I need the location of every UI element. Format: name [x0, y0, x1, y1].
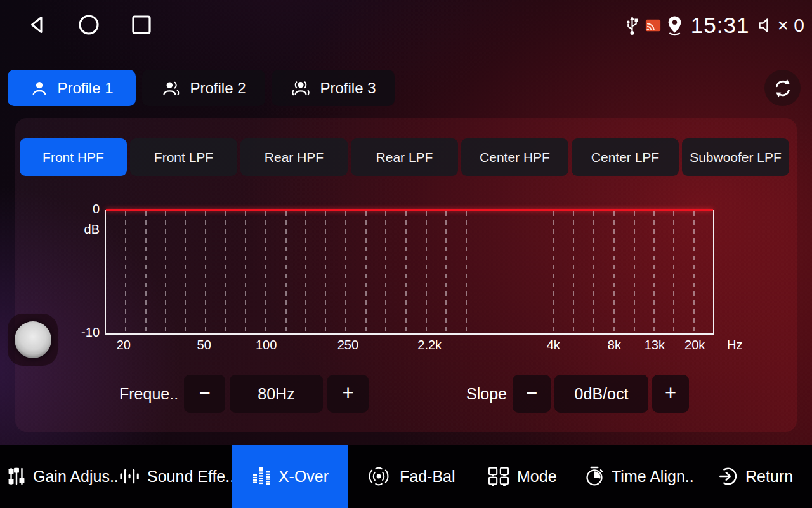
gridline: [634, 211, 635, 333]
nav-item-gain-adjus[interactable]: Gain Adjus..: [6, 444, 119, 508]
knob-circle-icon: [15, 321, 51, 358]
gridline: [245, 211, 246, 333]
filter-tab-center-lpf[interactable]: Center LPF: [572, 138, 679, 176]
sound-effect-icon: [118, 466, 141, 486]
gridline: [426, 211, 427, 333]
frequency-label: Freque..: [119, 375, 178, 413]
x-tick-2-2k: 2.2k: [404, 338, 455, 352]
nav-item-x-over[interactable]: X-Over: [232, 444, 348, 508]
filter-tab-rear-lpf[interactable]: Rear LPF: [351, 138, 458, 176]
time-align-icon: [584, 465, 605, 487]
home-icon: [77, 13, 100, 36]
volume-level: × 0: [777, 15, 804, 36]
filter-tab-front-hpf[interactable]: Front HPF: [20, 138, 127, 176]
profile-label: Profile 1: [57, 79, 113, 97]
nav-label: Mode: [517, 467, 557, 486]
x-tick-4k: 4k: [528, 338, 579, 352]
profile-label: Profile 2: [190, 79, 246, 97]
gridline: [693, 211, 695, 333]
tab-label: Front LPF: [154, 150, 213, 165]
profile-label: Profile 3: [320, 79, 376, 97]
gridline: [593, 211, 594, 333]
filter-tab-center-hpf[interactable]: Center HPF: [461, 138, 568, 176]
floating-assist-knob[interactable]: [8, 314, 58, 366]
android-back-button[interactable]: [24, 13, 49, 38]
usb-icon: [624, 15, 640, 36]
location-icon: [666, 15, 683, 36]
y-tick-min10: -10: [62, 325, 100, 340]
profile-button-2[interactable]: Profile 2: [142, 70, 265, 106]
volume-status: × 0: [757, 15, 804, 36]
mode-icon: [487, 465, 511, 487]
x-tick-20k: 20k: [669, 338, 720, 352]
nav-item-fad-bal[interactable]: Fad-Bal: [364, 444, 455, 508]
frequency-plus-button[interactable]: +: [327, 375, 369, 413]
y-axis-unit: dB: [62, 222, 100, 237]
nav-label: Fad-Bal: [400, 467, 455, 486]
tab-label: Rear HPF: [265, 150, 324, 165]
gridline: [345, 211, 346, 333]
gridline: [325, 211, 326, 333]
return-icon: [717, 465, 739, 487]
filter-tab-rear-hpf[interactable]: Rear HPF: [240, 138, 348, 176]
x-tick-250: 250: [322, 338, 373, 352]
profile-button-3[interactable]: Profile 3: [272, 70, 395, 106]
nav-item-mode[interactable]: Mode: [487, 444, 557, 508]
cast-icon: [645, 19, 661, 32]
gridline: [145, 211, 147, 333]
tab-label: Front HPF: [43, 150, 104, 165]
gridline: [225, 211, 226, 333]
x-tick-100: 100: [241, 338, 292, 352]
gain-adjust-icon: [6, 466, 27, 486]
person-icon: [30, 79, 49, 98]
gridline: [385, 211, 386, 333]
slope-plus-button[interactable]: +: [652, 375, 689, 413]
nav-label: Sound Effe..: [147, 467, 234, 486]
x-tick-20: 20: [98, 338, 149, 352]
gridline: [445, 211, 447, 333]
gridline: [365, 211, 367, 333]
back-icon: [25, 13, 48, 36]
fad-bal-icon: [364, 465, 393, 487]
gridline: [185, 211, 186, 333]
response-curve: [106, 209, 713, 211]
main-panel: Front HPFFront LPFRear HPFRear LPFCenter…: [15, 118, 797, 432]
tab-label: Center HPF: [480, 150, 550, 165]
x-axis: Hz 20501002502.2k4k8k13k20k: [105, 338, 714, 354]
x-axis-unit: Hz: [727, 338, 742, 352]
filter-tab-subwoofer-lpf[interactable]: Subwoofer LPF: [682, 138, 789, 176]
gridline: [613, 211, 615, 333]
person-2-icon: [161, 79, 181, 98]
status-icons: 15:31 × 0: [624, 0, 804, 51]
nav-label: Return: [745, 467, 793, 486]
nav-item-return[interactable]: Return: [717, 444, 793, 508]
recents-icon: [130, 13, 153, 36]
plot-area[interactable]: [105, 210, 714, 335]
controls-row: Freque.. − 80Hz + Slope − 0dB/oct +: [15, 375, 797, 413]
gridline: [285, 211, 287, 333]
head-unit-screen: 15:31 × 0 Profile 1Profile 2Profile 3 Fr…: [0, 0, 812, 508]
nav-item-time-align[interactable]: Time Align..: [584, 444, 694, 508]
gridline: [205, 211, 206, 333]
profile-button-1[interactable]: Profile 1: [8, 70, 136, 106]
person-3-icon: [290, 79, 311, 98]
slope-label: Slope: [466, 375, 507, 413]
tab-label: Subwoofer LPF: [690, 150, 782, 165]
frequency-minus-button[interactable]: −: [184, 375, 225, 413]
status-bar: 15:31 × 0: [0, 0, 812, 51]
frequency-value: 80Hz: [230, 375, 323, 413]
gridline: [573, 211, 574, 333]
android-recents-button[interactable]: [129, 13, 154, 38]
filter-tab-front-lpf[interactable]: Front LPF: [130, 138, 237, 176]
nav-label: Time Align..: [612, 467, 694, 486]
android-home-button[interactable]: [76, 13, 102, 38]
profile-row: Profile 1Profile 2Profile 3: [8, 70, 395, 106]
gridline: [265, 211, 266, 333]
sync-icon: [772, 77, 794, 99]
nav-item-sound-effe[interactable]: Sound Effe..: [118, 444, 234, 508]
x-tick-50: 50: [179, 338, 230, 352]
bottom-nav: Gain Adjus..Sound Effe..X-OverFad-BalMod…: [0, 444, 812, 508]
reset-button[interactable]: [764, 70, 801, 106]
slope-minus-button[interactable]: −: [513, 375, 551, 413]
nav-label: Gain Adjus..: [33, 467, 119, 486]
